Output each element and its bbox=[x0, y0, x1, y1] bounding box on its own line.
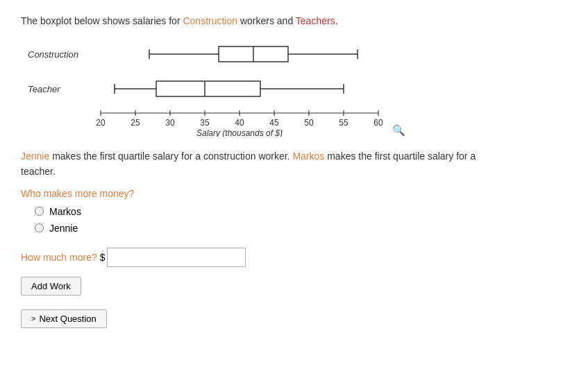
svg-text:Salary (thousands of $): Salary (thousands of $) bbox=[196, 128, 283, 137]
intro-before: The boxplot below shows salaries for bbox=[21, 15, 183, 26]
markos-name: Markos bbox=[292, 151, 324, 162]
svg-text:45: 45 bbox=[269, 118, 279, 128]
svg-text:30: 30 bbox=[165, 118, 175, 128]
svg-text:25: 25 bbox=[131, 118, 140, 128]
teacher-plot bbox=[94, 76, 567, 102]
next-question-label: Next Question bbox=[39, 314, 96, 324]
jennie-name: Jennie bbox=[21, 151, 49, 162]
how-much-row: How much more? $ bbox=[21, 248, 567, 267]
svg-text:60: 60 bbox=[373, 118, 383, 128]
option-jennie-label: Jennie bbox=[49, 223, 78, 234]
intro-mid: workers and bbox=[237, 15, 296, 26]
construction-plot bbox=[94, 41, 567, 67]
intro-text: The boxplot below shows salaries for Con… bbox=[21, 14, 567, 28]
svg-rect-8 bbox=[156, 81, 260, 96]
construction-row: Construction bbox=[28, 41, 567, 67]
chevron-icon: > bbox=[31, 314, 35, 323]
teacher-label: Teacher bbox=[28, 84, 94, 94]
xaxis-wrapper: 20 25 30 35 40 45 50 55 60 Salary (thous… bbox=[94, 110, 567, 139]
svg-text:20: 20 bbox=[96, 118, 106, 128]
svg-text:35: 35 bbox=[200, 118, 210, 128]
radio-group: Markos Jennie bbox=[21, 206, 567, 234]
svg-text:🔍: 🔍 bbox=[392, 124, 405, 137]
radio-markos[interactable] bbox=[35, 207, 44, 216]
description-text: Jennie makes the first quartile salary f… bbox=[21, 148, 493, 180]
svg-text:55: 55 bbox=[339, 118, 348, 128]
radio-jennie[interactable] bbox=[35, 223, 44, 232]
dollar-sign: $ bbox=[100, 252, 106, 263]
how-much-label: How much more? bbox=[21, 252, 97, 263]
add-work-button[interactable]: Add Work bbox=[21, 277, 81, 296]
xaxis-row: 20 25 30 35 40 45 50 55 60 Salary (thous… bbox=[28, 110, 567, 139]
option-markos-label: Markos bbox=[49, 206, 81, 217]
option-jennie[interactable]: Jennie bbox=[35, 223, 567, 234]
teacher-row: Teacher bbox=[28, 76, 567, 102]
construction-label: Construction bbox=[28, 49, 94, 60]
boxplot-container: Construction Teacher bbox=[21, 41, 567, 139]
next-question-button[interactable]: > Next Question bbox=[21, 309, 107, 328]
xaxis-svg: 20 25 30 35 40 45 50 55 60 Salary (thous… bbox=[94, 110, 455, 137]
intro-teachers: Teachers bbox=[296, 15, 335, 26]
intro-after: . bbox=[335, 15, 338, 26]
how-much-input[interactable] bbox=[107, 248, 246, 267]
question1-label: Who makes more money? bbox=[21, 188, 567, 199]
svg-text:50: 50 bbox=[304, 118, 314, 128]
option-markos[interactable]: Markos bbox=[35, 206, 567, 217]
svg-text:40: 40 bbox=[235, 118, 244, 128]
intro-construction: Construction bbox=[183, 15, 237, 26]
